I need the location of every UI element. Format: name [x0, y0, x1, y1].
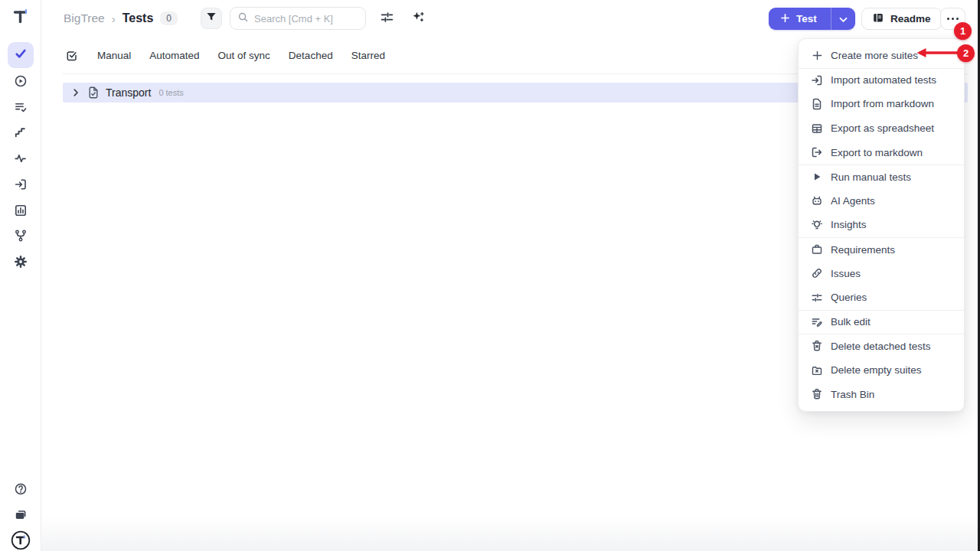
play-icon [811, 171, 823, 183]
plans-list-check-icon [14, 100, 28, 117]
breadcrumb: BigTree › Tests 0 [64, 0, 178, 37]
analytics-pulse-icon [14, 152, 28, 168]
annotation-step-1-badge: 1 [954, 22, 972, 40]
sidebar-item-account[interactable] [8, 529, 34, 551]
lightbulb-icon [811, 219, 823, 231]
sidebar-item-branches[interactable] [8, 224, 34, 250]
new-test-split-button: Test [769, 8, 855, 30]
plus-icon [811, 50, 823, 62]
suite-test-count: 0 tests [158, 88, 183, 97]
menu-item-trash-bin[interactable]: Trash Bin [799, 382, 964, 406]
page-header: BigTree › Tests 0 Test [41, 0, 980, 37]
search-input[interactable] [254, 13, 358, 24]
robot-icon [811, 194, 823, 207]
link-icon [811, 267, 823, 279]
tab-out-of-sync[interactable]: Out of sync [218, 50, 270, 61]
readme-button[interactable]: Readme [861, 8, 942, 30]
view-settings-button[interactable] [379, 11, 394, 26]
new-test-dropdown-button[interactable] [831, 8, 855, 30]
filter-button[interactable] [201, 8, 222, 29]
sidebar-item-projects[interactable] [8, 504, 34, 530]
sidebar-item-imports[interactable] [8, 173, 34, 199]
briefcase-icon [811, 243, 823, 256]
more-menu-icon [952, 18, 954, 20]
tab-manual[interactable]: Manual [97, 50, 131, 61]
breadcrumb-project[interactable]: BigTree [64, 11, 105, 25]
page-title: Tests [122, 11, 154, 25]
sidebar-item-reports[interactable] [8, 199, 34, 225]
annotation-step-2-badge: 2 [957, 44, 975, 62]
account-avatar-icon [11, 530, 31, 551]
sidebar-item-steps[interactable] [8, 121, 34, 147]
sidebar-item-settings[interactable] [8, 250, 34, 276]
tab-automated[interactable]: Automated [149, 50, 199, 61]
menu-item-bulk-edit[interactable]: Bulk edit [799, 310, 964, 334]
more-menu-icon [956, 18, 959, 20]
table-icon [811, 122, 823, 135]
menu-item-export-as-spreadsheet[interactable]: Export as spreadsheet [799, 116, 964, 141]
branches-icon [14, 229, 28, 246]
steps-icon [14, 126, 28, 142]
trash-x-icon [811, 340, 823, 352]
folder-x-icon [811, 364, 823, 377]
annotation-arrow-icon [916, 47, 959, 62]
export-box-icon [811, 146, 823, 158]
tests-count-badge: 0 [160, 11, 178, 25]
readme-book-icon [872, 11, 884, 26]
search-box[interactable] [230, 7, 366, 30]
chevron-right-icon[interactable] [70, 87, 81, 98]
import-box-icon [811, 74, 823, 86]
menu-item-requirements[interactable]: Requirements [799, 237, 964, 262]
new-test-button-label: Test [796, 13, 817, 24]
projects-folder-icon [14, 508, 28, 525]
menu-item-issues[interactable]: Issues [799, 261, 964, 285]
sliders-icon [811, 292, 823, 304]
tests-check-icon [14, 47, 28, 64]
more-menu-icon [947, 18, 949, 20]
more-actions-menu: Create more suites Import automated test… [798, 38, 965, 412]
trash-icon [811, 388, 823, 400]
new-test-button[interactable]: Test [769, 8, 831, 30]
select-all-icon[interactable] [65, 49, 79, 63]
menu-item-import-from-markdown[interactable]: Import from markdown [799, 92, 964, 116]
menu-item-ai-agents[interactable]: AI Agents [799, 189, 964, 214]
menu-item-run-manual-tests[interactable]: Run manual tests [799, 165, 964, 189]
ai-assistant-button[interactable] [410, 11, 426, 26]
tab-detached[interactable]: Detached [289, 50, 333, 61]
breadcrumb-separator-icon: › [112, 12, 116, 25]
sidebar-item-plans[interactable] [8, 96, 34, 122]
chevron-down-icon [839, 12, 848, 26]
runs-play-circle-icon [14, 74, 28, 91]
menu-item-queries[interactable]: Queries [799, 285, 964, 310]
app-page: BigTree › Tests 0 Test [0, 0, 980, 551]
suite-name: Transport [106, 86, 151, 99]
bulk-edit-icon [811, 316, 823, 328]
left-sidebar [0, 0, 41, 551]
sidebar-item-analytics[interactable] [8, 147, 34, 173]
menu-item-import-automated-tests[interactable]: Import automated tests [799, 68, 964, 93]
app-logo[interactable] [10, 6, 31, 28]
import-icon [14, 178, 28, 194]
sidebar-item-runs[interactable] [8, 70, 34, 96]
sliders-icon [380, 10, 394, 28]
readme-button-label: Readme [890, 13, 931, 24]
file-text-icon [811, 98, 823, 110]
menu-item-delete-detached-tests[interactable]: Delete detached tests [799, 334, 964, 358]
menu-item-insights[interactable]: Insights [799, 213, 964, 237]
sidebar-item-tests[interactable] [8, 42, 34, 68]
search-icon [237, 11, 249, 26]
reports-bar-chart-icon [14, 204, 28, 220]
settings-gear-icon [14, 255, 28, 272]
sidebar-item-help[interactable] [8, 478, 34, 504]
plus-icon [780, 13, 790, 25]
sparkles-icon [411, 10, 426, 28]
menu-item-delete-empty-suites[interactable]: Delete empty suites [799, 358, 964, 383]
menu-item-export-to-markdown[interactable]: Export to markdown [799, 140, 964, 165]
tab-starred[interactable]: Starred [351, 50, 385, 61]
filter-funnel-icon [205, 11, 217, 26]
help-icon [14, 482, 28, 499]
suite-file-icon [87, 86, 100, 99]
